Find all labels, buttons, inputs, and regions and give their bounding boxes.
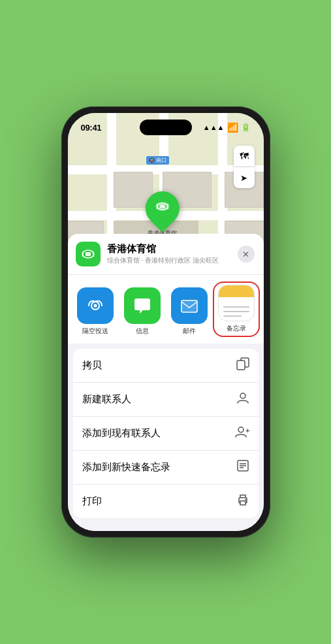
pin-circle <box>138 184 187 233</box>
close-icon: ✕ <box>242 250 249 259</box>
svg-rect-6 <box>86 252 91 256</box>
share-app-messages[interactable]: 信息 <box>120 287 165 336</box>
map-layer-icon: 🗺 <box>240 151 249 161</box>
location-subtitle: 综合体育馆 · 香港特别行政区 油尖旺区 <box>107 256 231 265</box>
messages-label: 信息 <box>136 327 149 336</box>
notes-icon <box>218 285 255 321</box>
svg-text:+: + <box>245 427 249 434</box>
location-venue-icon <box>76 242 101 266</box>
bottom-sheet: 香港体育馆 综合体育馆 · 香港特别行政区 油尖旺区 ✕ <box>68 234 264 531</box>
svg-point-24 <box>245 499 246 500</box>
print-icon <box>236 493 249 509</box>
notes-line <box>223 315 242 317</box>
airdrop-label: 隔空投送 <box>82 327 108 336</box>
action-add-contact-label: 添加到现有联系人 <box>82 427 161 440</box>
more-dots <box>261 299 264 336</box>
mail-icon <box>171 287 208 324</box>
status-time: 09:41 <box>81 123 102 133</box>
location-button[interactable]: ➤ <box>234 167 255 188</box>
signal-icon: ▲▲▲ <box>203 123 225 131</box>
action-quick-note[interactable]: 添加到新快速备忘录 <box>73 451 259 485</box>
dynamic-island <box>140 120 192 135</box>
phone-frame: 09:41 ▲▲▲ 📶 🔋 <box>61 106 270 538</box>
action-new-contact[interactable]: 新建联系人 <box>73 383 259 417</box>
map-controls: 🗺 ➤ <box>234 146 255 188</box>
svg-rect-23 <box>240 501 245 505</box>
action-quick-note-label: 添加到新快速备忘录 <box>82 461 170 474</box>
location-header: 香港体育馆 综合体育馆 · 香港特别行政区 油尖旺区 ✕ <box>68 234 264 274</box>
stadium-icon <box>153 197 171 219</box>
svg-rect-11 <box>181 300 197 312</box>
svg-point-15 <box>240 393 245 398</box>
copy-icon <box>236 357 249 374</box>
action-copy-label: 拷贝 <box>82 359 102 372</box>
share-apps-row: 隔空投送 信息 <box>68 275 264 344</box>
share-app-airdrop[interactable]: 隔空投送 <box>73 287 118 336</box>
more-apps-button[interactable] <box>261 299 264 336</box>
close-button[interactable]: ✕ <box>238 246 255 263</box>
quick-note-icon <box>236 459 249 475</box>
phone-screen: 09:41 ▲▲▲ 📶 🔋 <box>68 113 264 531</box>
notes-label: 备忘录 <box>227 324 246 333</box>
action-new-contact-label: 新建联系人 <box>82 393 131 406</box>
action-list: 拷贝 新建联系人 <box>73 349 259 518</box>
action-copy[interactable]: 拷贝 <box>73 349 259 383</box>
action-print[interactable]: 打印 <box>73 485 259 518</box>
notes-header-strip <box>219 285 254 297</box>
battery-icon: 🔋 <box>241 123 251 132</box>
svg-rect-2 <box>159 204 165 208</box>
notes-line <box>223 306 249 308</box>
add-contact-icon: + <box>235 425 249 442</box>
share-app-mail[interactable]: 邮件 <box>167 287 212 336</box>
location-arrow-icon: ➤ <box>240 173 247 183</box>
map-layer-button[interactable]: 🗺 <box>234 146 255 167</box>
status-icons: ▲▲▲ 📶 🔋 <box>203 122 251 133</box>
action-add-contact[interactable]: 添加到现有联系人 + <box>73 417 259 451</box>
map-pin[interactable]: 香港体育馆 <box>145 191 179 238</box>
new-contact-icon <box>236 391 249 408</box>
location-name: 香港体育馆 <box>107 243 231 255</box>
svg-rect-14 <box>237 361 245 370</box>
mail-label: 邮件 <box>183 327 196 336</box>
messages-icon <box>124 287 161 324</box>
svg-point-10 <box>93 304 97 308</box>
airdrop-icon <box>77 287 114 324</box>
svg-point-16 <box>238 427 244 432</box>
share-app-notes[interactable]: 备忘录 <box>214 283 259 336</box>
station-label: 🚇 南口 <box>146 156 169 165</box>
location-info: 香港体育馆 综合体育馆 · 香港特别行政区 油尖旺区 <box>107 243 231 265</box>
wifi-icon: 📶 <box>227 122 238 133</box>
action-print-label: 打印 <box>82 495 102 507</box>
notes-line <box>223 311 249 312</box>
notes-lines <box>223 306 249 317</box>
